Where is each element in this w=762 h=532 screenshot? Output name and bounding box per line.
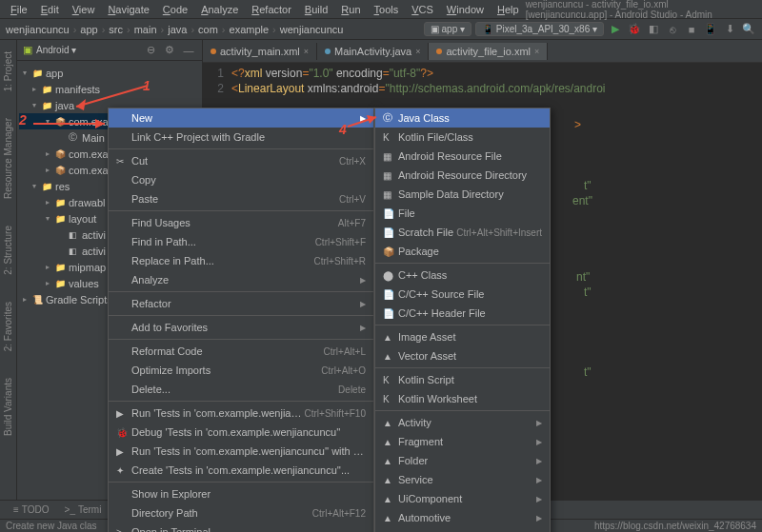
menu-item-file[interactable]: 📄File	[375, 204, 550, 223]
breadcrumb-item[interactable]: wenjiancuncu	[6, 24, 70, 35]
breadcrumb-item[interactable]: app	[80, 24, 97, 35]
attach-icon[interactable]: ⎋	[665, 22, 680, 37]
menu-item-folder[interactable]: ▲Folder▶	[375, 451, 550, 470]
menu-code[interactable]: Code	[156, 2, 194, 17]
left-gutter: 1: Project Resource Manager 2: Structure…	[0, 40, 17, 511]
menu-item-analyze[interactable]: Analyze▶	[109, 270, 373, 289]
menu-item-kotlin-worksheet[interactable]: KKotlin Worksheet	[375, 389, 550, 408]
menu-item-create-tests-in-com-exam[interactable]: ✦Create 'Tests in 'com.example.wenjiancu…	[109, 461, 373, 480]
menu-item-package[interactable]: 📦Package	[375, 242, 550, 261]
editor-tab[interactable]: MainActivity.java×	[317, 43, 429, 60]
annotation-2: 2	[19, 112, 27, 128]
menu-item-link-c-project-with-grad[interactable]: Link C++ Project with Gradle	[109, 128, 373, 147]
tree-node[interactable]: ▾📁app	[19, 65, 200, 81]
menu-item-automotive[interactable]: ▲Automotive▶	[375, 508, 550, 527]
menu-item-kotlin-script[interactable]: KKotlin Script	[375, 370, 550, 389]
breadcrumb-item[interactable]: wenjiancuncu	[280, 24, 344, 35]
menu-item-debug-tests-in-com-examp[interactable]: 🐞Debug 'Tests in 'com.example.wenjiancun…	[109, 423, 373, 442]
menu-item-fragment[interactable]: ▲Fragment▶	[375, 432, 550, 451]
todo-tab[interactable]: ≡ TODO	[6, 502, 57, 517]
collapse-icon[interactable]: ⊖	[143, 43, 158, 58]
menu-item-java-class[interactable]: ⒸJava Class	[375, 108, 550, 128]
menu-item-optimize-imports[interactable]: Optimize ImportsCtrl+Alt+O	[109, 361, 373, 380]
menu-item-xml[interactable]: ▲XML▶	[375, 527, 550, 532]
menu-item-delete-[interactable]: Delete...Delete	[109, 380, 373, 399]
hide-icon[interactable]: —	[181, 43, 196, 58]
breadcrumb: wenjiancuncu›app›src›main›java›com›examp…	[6, 24, 343, 35]
menu-item-uicomponent[interactable]: ▲UiComponent▶	[375, 489, 550, 508]
menu-item-open-in-terminal[interactable]: >_Open in Terminal	[109, 522, 373, 532]
search-icon[interactable]: 🔍	[741, 22, 756, 37]
menu-edit[interactable]: Edit	[34, 2, 66, 17]
menu-item-run-tests-in-com-example[interactable]: ▶Run 'Tests in 'com.example.wenjiancuncu…	[109, 404, 373, 423]
editor-tab[interactable]: activity_main.xml×	[203, 43, 317, 60]
stop-icon[interactable]: ■	[684, 22, 699, 37]
menu-item-run-tests-in-com-example[interactable]: ▶Run 'Tests in 'com.example.wenjiancuncu…	[109, 442, 373, 461]
menu-analyze[interactable]: Analyze	[194, 2, 245, 17]
sidebar-tab-structure[interactable]: 2: Structure	[2, 222, 14, 279]
menu-item-image-asset[interactable]: ▲Image Asset	[375, 327, 550, 346]
android-icon: ▣	[23, 44, 32, 56]
menu-item-paste[interactable]: PasteCtrl+V	[109, 189, 373, 208]
menu-item-android-resource-directo[interactable]: ▦Android Resource Directory	[375, 166, 550, 185]
avd-icon[interactable]: 📱	[703, 22, 718, 37]
window-title: wenjiancuncu - activity_file_io.xml [wen…	[526, 0, 758, 20]
annotation-1: 1	[143, 78, 150, 93]
run-icon[interactable]: ▶	[608, 22, 623, 37]
context-menu[interactable]: New▶Link C++ Project with Gradle✂CutCtrl…	[108, 108, 374, 532]
menu-item-show-in-explorer[interactable]: Show in Explorer	[109, 484, 373, 503]
menu-item-replace-in-path-[interactable]: Replace in Path...Ctrl+Shift+R	[109, 251, 373, 270]
sidebar-tab-resource-manager[interactable]: Resource Manager	[2, 114, 14, 203]
menu-help[interactable]: Help	[491, 2, 526, 17]
editor-tab[interactable]: activity_file_io.xml×	[429, 43, 548, 60]
menu-tools[interactable]: Tools	[368, 2, 406, 17]
menu-view[interactable]: View	[66, 2, 102, 17]
menu-item-sample-data-directory[interactable]: ▦Sample Data Directory	[375, 185, 550, 204]
menu-item-cut[interactable]: ✂CutCtrl+X	[109, 151, 373, 170]
menu-item-c-c-header-file[interactable]: 📄C/C++ Header File	[375, 304, 550, 323]
breadcrumb-item[interactable]: java	[168, 24, 187, 35]
menu-item-reformat-code[interactable]: Reformat CodeCtrl+Alt+L	[109, 342, 373, 361]
terminal-tab[interactable]: >_ Termi	[57, 502, 110, 517]
sdk-icon[interactable]: ⬇	[722, 22, 737, 37]
sidebar-tab-build-variants[interactable]: Build Variants	[2, 374, 14, 440]
menu-vcs[interactable]: VCS	[405, 2, 440, 17]
menu-file[interactable]: File	[4, 2, 34, 17]
project-view-selector[interactable]: Android ▾	[36, 45, 76, 55]
menu-item-copy[interactable]: Copy	[109, 170, 373, 189]
menu-window[interactable]: Window	[440, 2, 491, 17]
menu-run[interactable]: Run	[334, 2, 367, 17]
menu-item-directory-path[interactable]: Directory PathCtrl+Alt+F12	[109, 503, 373, 522]
profile-icon[interactable]: ◧	[646, 22, 661, 37]
breadcrumb-item[interactable]: example	[230, 24, 270, 35]
run-config-app[interactable]: ▣ app ▾	[424, 22, 471, 36]
run-config-device[interactable]: 📱 Pixel_3a_API_30_x86 ▾	[475, 22, 604, 36]
editor-tabs: activity_main.xml×MainActivity.java×acti…	[203, 40, 762, 63]
menu-item-android-resource-file[interactable]: ▦Android Resource File	[375, 147, 550, 166]
tree-node[interactable]: ▸📁manifests	[19, 81, 200, 97]
menu-item-find-in-path-[interactable]: Find in Path...Ctrl+Shift+F	[109, 232, 373, 251]
menu-item-vector-asset[interactable]: ▲Vector Asset	[375, 346, 550, 365]
menu-item-scratch-file[interactable]: 📄Scratch FileCtrl+Alt+Shift+Insert	[375, 223, 550, 242]
menu-item-new[interactable]: New▶	[109, 108, 373, 128]
menu-item-service[interactable]: ▲Service▶	[375, 470, 550, 489]
menu-build[interactable]: Build	[298, 2, 334, 17]
menu-item-activity[interactable]: ▲Activity▶	[375, 413, 550, 432]
menu-item-refactor[interactable]: Refactor▶	[109, 294, 373, 313]
gear-icon[interactable]: ⚙	[162, 43, 177, 58]
sidebar-tab-project[interactable]: 1: Project	[2, 48, 14, 95]
menu-item-c-c-source-file[interactable]: 📄C/C++ Source File	[375, 285, 550, 304]
menu-item-add-to-favorites[interactable]: Add to Favorites▶	[109, 318, 373, 337]
menu-refactor[interactable]: Refactor	[245, 2, 298, 17]
new-submenu[interactable]: ⒸJava ClassKKotlin File/Class▦Android Re…	[374, 108, 551, 532]
menu-item-find-usages[interactable]: Find UsagesAlt+F7	[109, 213, 373, 232]
breadcrumb-item[interactable]: main	[134, 24, 157, 35]
breadcrumb-item[interactable]: src	[109, 24, 123, 35]
menu-navigate[interactable]: Navigate	[101, 2, 155, 17]
breadcrumb-item[interactable]: com	[198, 24, 218, 35]
status-url: https://blog.csdn.net/weixin_42768634	[594, 521, 756, 531]
menu-item-kotlin-file-class[interactable]: KKotlin File/Class	[375, 128, 550, 147]
sidebar-tab-favorites[interactable]: 2: Favorites	[2, 298, 14, 355]
menu-item-c-class[interactable]: ⬤C++ Class	[375, 266, 550, 285]
debug-icon[interactable]: 🐞	[627, 22, 642, 37]
